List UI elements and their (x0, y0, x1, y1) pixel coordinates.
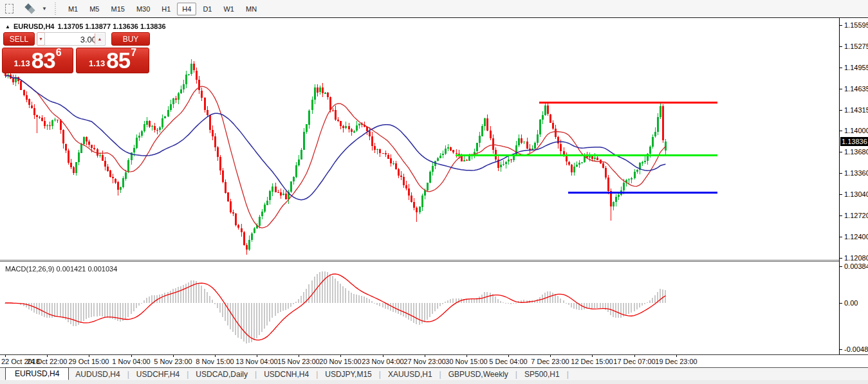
macd-name: MACD(12,26,9) (5, 265, 54, 273)
macd-label: MACD(12,26,9) 0.001421 0.001034 (5, 265, 117, 273)
price-tick-mark (840, 152, 842, 152)
chart-tab-usdcad[interactable]: USDCAD,Daily (189, 369, 254, 380)
time-tick-label: 20 Nov 15:00 (319, 358, 361, 365)
price-tick-mark (840, 258, 842, 259)
time-tick-label: 15 Nov 23:00 (277, 358, 319, 365)
timeframe-button-w1[interactable]: W1 (218, 3, 239, 15)
sell-button[interactable]: SELL (3, 32, 35, 46)
time-tick-mark (173, 355, 174, 357)
time-tick-label: 29 Oct 15:00 (69, 358, 109, 365)
caret-down-icon: ▼ (39, 37, 43, 41)
buy-price-prefix: 1.13 (89, 59, 105, 68)
price-tick-mark (840, 131, 842, 131)
price-tick-mark (840, 194, 842, 195)
time-tick-label: 30 Nov 15:00 (445, 358, 487, 365)
timeframe-button-m15[interactable]: M15 (106, 3, 129, 15)
price-tick-label: 1.12400 (844, 233, 868, 241)
time-tick-mark (634, 355, 635, 357)
buy-price-big: 85 (106, 51, 130, 71)
time-tick-mark (340, 355, 341, 357)
time-tick-label: 23 Nov 04:00 (362, 358, 403, 365)
macd-tick-mark (840, 349, 842, 350)
chart-tab-eurusd[interactable]: EURUSD,H4 (5, 367, 69, 380)
chart-ohlc-values: 1.13705 1.13877 1.13636 1.13836 (58, 23, 166, 30)
top-toolbar: ▼ M1M5M15M30H1H4D1W1MN (0, 0, 868, 17)
time-tick-label: 17 Dec 07:00 (613, 358, 655, 365)
price-tick-mark (840, 215, 842, 216)
buy-price-display[interactable]: 1.13857 (76, 48, 149, 73)
caret-down-icon[interactable]: ▼ (42, 6, 47, 12)
arrange-charts-button[interactable] (23, 2, 40, 16)
buy-price-pip: 7 (131, 47, 136, 59)
status-strip (0, 380, 868, 384)
timeframe-button-m1[interactable]: M1 (63, 3, 83, 15)
price-tick-label: 1.13360 (844, 169, 868, 177)
toolbar-grip[interactable] (53, 3, 58, 15)
time-tick-mark (466, 355, 467, 357)
time-tick-mark (131, 355, 132, 357)
sell-price-prefix: 1.13 (14, 59, 30, 68)
price-tick-mark (840, 173, 842, 174)
price-tick-label: 1.12080 (844, 254, 868, 262)
price-tick-label: 1.14635 (844, 85, 868, 93)
time-tick-label: 7 Dec 23:00 (531, 358, 569, 365)
timeframe-button-h1[interactable]: H1 (156, 3, 176, 15)
price-tick-label: 1.15275 (844, 42, 868, 50)
macd-values: 0.001421 0.001034 (56, 265, 117, 273)
chart-window: ▲ EURUSD,H4 1.13705 1.13877 1.13636 1.13… (0, 17, 868, 368)
sell-price-big: 83 (32, 51, 55, 71)
price-tick-mark (840, 237, 842, 237)
price-tick-mark (840, 110, 842, 111)
time-tick-label: 5 Dec 04:00 (489, 358, 527, 365)
chart-title: ▲ EURUSD,H4 1.13705 1.13877 1.13636 1.13… (5, 23, 166, 30)
caret-up-icon: ▲ (98, 37, 102, 41)
sell-price-pip: 6 (56, 47, 62, 59)
time-tick-label: 8 Nov 15:00 (196, 358, 234, 365)
chart-tab-usdchf[interactable]: USDCHF,H4 (130, 369, 186, 380)
macd-tick-label: 0.003847 (844, 262, 868, 270)
window-outline-icon (5, 4, 14, 14)
time-tick-label: 24 Oct 22:00 (27, 358, 68, 365)
new-window-button[interactable] (3, 2, 15, 16)
macd-tick-mark (840, 266, 842, 267)
current-price-badge: 1.13836 (840, 137, 868, 146)
timeframe-button-mn[interactable]: MN (241, 3, 262, 15)
time-tick-mark (257, 355, 257, 357)
price-tick-label: 1.13680 (844, 148, 868, 156)
price-axis[interactable]: 1.155951.152751.149551.146351.143151.140… (839, 18, 868, 354)
chart-tab-sp500[interactable]: SP500,H1 (518, 369, 566, 380)
time-tick-mark (89, 355, 89, 357)
price-tick-mark (840, 25, 842, 26)
mt4-terminal: ▼ M1M5M15M30H1H4D1W1MN ▲ EURUSD,H4 1.137… (0, 0, 868, 384)
macd-tick-mark (840, 303, 842, 304)
time-tick-mark (508, 355, 509, 357)
time-tick-label: 13 Nov 04:00 (235, 358, 277, 365)
chart-tab-xauusd[interactable]: XAUUSD,H1 (382, 369, 439, 380)
price-tick-mark (840, 46, 842, 47)
time-tick-mark (299, 355, 299, 357)
chart-tab-usdcnh[interactable]: USDCNH,H4 (257, 369, 315, 380)
sell-price-display[interactable]: 1.13836 (2, 48, 73, 73)
buy-button[interactable]: BUY (111, 32, 150, 46)
chart-tab-gbpusd[interactable]: GBPUSD,Weekly (442, 369, 515, 380)
volume-field: ▲ (44, 32, 106, 46)
price-tick-label: 1.15595 (844, 21, 868, 29)
time-tick-label: 19 Dec 23:00 (655, 358, 697, 365)
timeframe-button-d1[interactable]: D1 (198, 3, 217, 15)
timeframe-button-m30[interactable]: M30 (131, 3, 155, 15)
volume-up-button[interactable]: ▲ (95, 33, 104, 44)
macd-indicator-canvas[interactable] (0, 262, 839, 354)
time-axis[interactable]: 22 Oct 201824 Oct 22:0029 Oct 15:001 Nov… (0, 355, 839, 367)
macd-tick-label: 0.00 (844, 299, 858, 307)
timeframe-toolbar: M1M5M15M30H1H4D1W1MN (63, 3, 262, 15)
price-tick-label: 1.12720 (844, 212, 868, 219)
chart-tab-audusd[interactable]: AUDUSD,H4 (69, 369, 126, 380)
chart-tab-usdjpy[interactable]: USDJPY,M15 (319, 369, 378, 380)
time-tick-label: 5 Nov 23:00 (154, 358, 192, 365)
timeframe-button-h4[interactable]: H4 (177, 3, 196, 15)
volume-input[interactable] (46, 33, 98, 46)
time-tick-label: 27 Nov 23:00 (403, 358, 445, 365)
timeframe-button-m5[interactable]: M5 (84, 3, 104, 15)
time-tick-label: 12 Dec 15:00 (571, 358, 613, 365)
price-tick-label: 1.14000 (844, 127, 868, 134)
